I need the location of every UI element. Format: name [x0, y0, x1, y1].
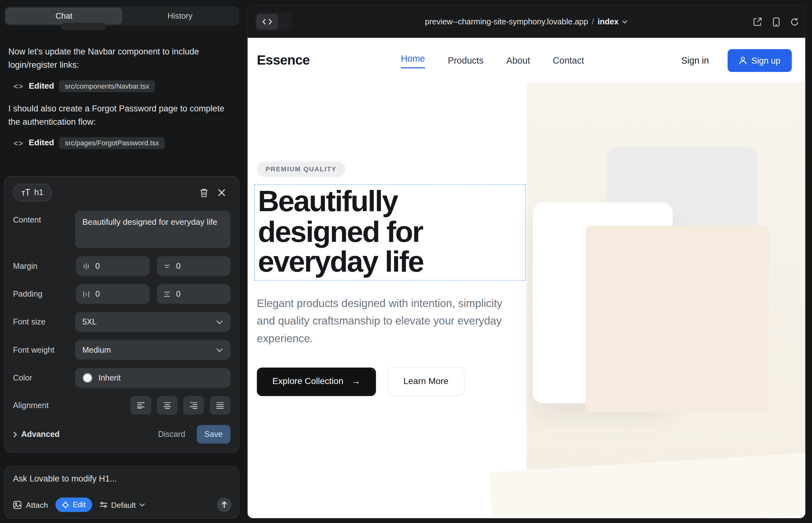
margin-horizontal-input[interactable]: 0 — [157, 256, 230, 276]
site-logo[interactable]: Essence — [257, 52, 310, 68]
align-justify-icon — [216, 402, 224, 409]
edited-label: Edited — [29, 138, 54, 147]
chat-history-tabbar: Chat History — [4, 6, 239, 26]
refresh-icon — [790, 17, 799, 26]
content-label: Content — [13, 211, 75, 225]
open-external-icon — [753, 17, 762, 26]
prompt-input[interactable]: Ask Lovable to modify H1... — [13, 474, 231, 483]
preview-toolbar — [248, 6, 805, 38]
element-inspector-panel: h1 Content Beautifully designed for ever… — [4, 176, 239, 452]
save-button[interactable]: Save — [197, 425, 231, 444]
trash-icon — [199, 188, 209, 198]
margin-vertical-icon — [82, 262, 90, 270]
file-badge[interactable]: src/components/Navbar.tsx — [59, 80, 155, 92]
code-view-toggle[interactable] — [255, 12, 292, 31]
edited-file-row: <> Edited src/pages/ForgotPassword.tsx — [14, 137, 232, 149]
chevron-down-icon — [139, 503, 145, 507]
hero-cta-row: Explore Collection → Learn More — [257, 367, 464, 396]
nav-link-contact[interactable]: Contact — [553, 55, 584, 66]
attach-icon — [13, 500, 22, 509]
arrow-right-icon: → — [352, 376, 360, 387]
chevron-down-icon — [216, 348, 223, 353]
nav-link-about[interactable]: About — [506, 55, 530, 66]
file-badge[interactable]: src/pages/ForgotPassword.tsx — [59, 137, 165, 149]
align-center-icon — [163, 402, 171, 409]
code-icon: <> — [14, 82, 24, 91]
alignment-label: Alignment — [13, 401, 76, 410]
color-swatch — [82, 373, 93, 383]
advanced-toggle[interactable]: Advanced — [13, 430, 59, 439]
nav-link-products[interactable]: Products — [448, 55, 483, 66]
discard-button[interactable]: Discard — [158, 430, 185, 439]
edited-label: Edited — [29, 82, 54, 91]
nav-link-home[interactable]: Home — [401, 53, 425, 68]
tab-chat[interactable]: Chat — [6, 8, 122, 24]
text-size-icon — [21, 189, 30, 196]
padding-vertical-input[interactable]: 0 — [76, 284, 149, 304]
lovable-editor: Chat History Now let's update the Navbar… — [0, 0, 812, 523]
chat-message: I should also create a Forgot Password p… — [8, 101, 232, 128]
margin-label: Margin — [13, 262, 76, 271]
refresh-button[interactable] — [790, 17, 799, 26]
padding-vertical-icon — [82, 290, 90, 298]
edit-target-icon — [61, 501, 69, 509]
color-label: Color — [13, 373, 75, 382]
align-left-button[interactable] — [130, 396, 151, 415]
align-center-button[interactable] — [157, 396, 177, 415]
user-icon — [739, 56, 747, 65]
align-left-icon — [137, 402, 145, 409]
close-icon — [217, 188, 226, 197]
edited-file-row: <> Edited src/components/Navbar.tsx — [14, 80, 232, 92]
premium-quality-badge: PREMIUM QUALITY — [257, 161, 345, 177]
learn-more-button[interactable]: Learn More — [387, 367, 464, 396]
font-weight-label: Font weight — [13, 345, 75, 355]
sliders-icon — [99, 501, 107, 508]
font-size-select[interactable]: 5XL — [75, 312, 231, 332]
color-select[interactable]: Inherit — [75, 368, 231, 388]
clipped-message-pill — [61, 23, 106, 30]
delete-element-button[interactable] — [195, 184, 213, 201]
chat-message: Now let's update the Navbar component to… — [8, 44, 232, 72]
padding-label: Padding — [13, 289, 76, 299]
sign-up-button[interactable]: Sign up — [728, 49, 792, 72]
align-right-button[interactable] — [183, 396, 204, 415]
hero-heading[interactable]: Beautifully designed for everyday life — [258, 186, 519, 277]
selection-outline: Beautifully designed for everyday life — [254, 184, 526, 281]
decorative-beige-card — [586, 226, 769, 412]
site-navbar: Essence Home Products About Contact Sign… — [248, 38, 805, 83]
site-nav: Home Products About Contact — [401, 38, 584, 83]
chevron-right-icon — [13, 431, 17, 437]
prompt-composer: Ask Lovable to modify H1... Attach Edit … — [4, 466, 239, 519]
preview-actions — [753, 6, 799, 38]
site-canvas: Essence Home Products About Contact Sign… — [248, 38, 805, 518]
close-inspector-button[interactable] — [213, 184, 231, 201]
mobile-preview-button[interactable] — [773, 17, 780, 26]
code-icon — [263, 19, 272, 25]
padding-horizontal-icon — [163, 290, 171, 298]
margin-vertical-input[interactable]: 0 — [76, 256, 149, 276]
arrow-up-icon — [221, 501, 227, 508]
chat-messages: Now let's update the Navbar component to… — [8, 44, 232, 158]
sign-in-link[interactable]: Sign in — [681, 55, 709, 66]
content-input[interactable]: Beautifully designed for everyday life — [75, 211, 231, 248]
explore-collection-button[interactable]: Explore Collection → — [257, 367, 376, 396]
margin-horizontal-icon — [163, 262, 171, 270]
open-external-button[interactable] — [753, 17, 762, 26]
align-right-icon — [189, 402, 198, 409]
model-default-select[interactable]: Default — [99, 500, 145, 509]
padding-horizontal-input[interactable]: 0 — [157, 284, 230, 304]
chevron-down-icon — [216, 320, 223, 325]
selected-tag-label: h1 — [34, 188, 43, 197]
hero-paragraph: Elegant products designed with intention… — [257, 294, 509, 348]
edit-mode-button[interactable]: Edit — [55, 497, 92, 512]
attach-button[interactable]: Attach — [13, 500, 48, 509]
tab-history[interactable]: History — [122, 8, 238, 24]
code-icon: <> — [14, 139, 24, 147]
font-size-label: Font size — [13, 317, 75, 326]
smartphone-icon — [773, 17, 780, 26]
selected-element-pill[interactable]: h1 — [13, 184, 52, 201]
preview-frame: preview--charming-site-symphony.lovable.… — [247, 5, 806, 519]
send-button[interactable] — [217, 497, 231, 512]
align-justify-button[interactable] — [210, 396, 230, 415]
font-weight-select[interactable]: Medium — [75, 340, 231, 360]
